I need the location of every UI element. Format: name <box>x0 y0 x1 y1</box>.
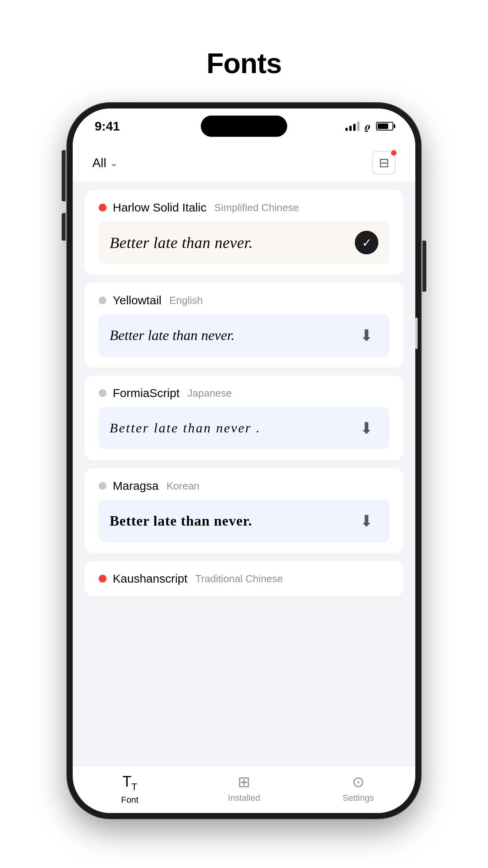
font-card-harlow[interactable]: Harlow Solid Italic Simplified Chinese B… <box>84 190 404 275</box>
download-icon-formia: ⬇ <box>360 419 373 437</box>
installed-nav-icon: ⊞ <box>238 773 250 791</box>
font-language-formia: Japanese <box>187 387 232 399</box>
font-language-maragsa: Korean <box>167 480 200 492</box>
checkmark-icon: ✓ <box>362 236 372 250</box>
toolbar: All ⌄ ⊟ <box>73 144 415 182</box>
font-name-yellowtail: Yellowtail <box>113 294 161 307</box>
download-button-maragsa[interactable]: ⬇ <box>355 509 378 533</box>
scroll-area[interactable]: Harlow Solid Italic Simplified Chinese B… <box>73 182 415 766</box>
notification-dot <box>390 149 397 156</box>
font-name-formia: FormiaScript <box>113 386 180 400</box>
preview-text-yellowtail: Better late than never. <box>110 327 235 344</box>
bookmark-icon: ⊟ <box>379 155 389 170</box>
nav-item-font[interactable]: TT Font <box>73 773 187 805</box>
phone-wrapper: 9:41 𝝔 All ⌄ ⊟ <box>67 103 421 818</box>
bookmark-button[interactable]: ⊟ <box>372 151 396 175</box>
font-name-harlow: Harlow Solid Italic <box>113 201 206 214</box>
status-bar: 9:41 𝝔 <box>73 108 415 144</box>
font-preview-yellowtail[interactable]: Better late than never. ⬇ <box>99 314 389 357</box>
download-icon: ⬇ <box>360 326 373 344</box>
signal-bars-icon <box>345 121 360 131</box>
font-card-formia[interactable]: FormiaScript Japanese Better late than n… <box>84 375 404 460</box>
wifi-icon: 𝝔 <box>365 120 371 132</box>
status-time: 9:41 <box>95 119 120 134</box>
status-dot-kaushanscript <box>99 575 106 583</box>
font-nav-icon: TT <box>122 773 137 793</box>
filter-label: All <box>92 156 106 170</box>
status-dot-not-installed <box>99 296 106 304</box>
preview-text-formia: Better late than never . <box>110 421 261 436</box>
download-icon-maragsa: ⬇ <box>360 512 373 530</box>
scroll-indicator <box>415 318 418 349</box>
battery-icon <box>376 122 393 131</box>
font-header-yellowtail: Yellowtail English <box>99 294 389 307</box>
font-language-yellowtail: English <box>169 294 203 307</box>
dynamic-island <box>201 116 287 137</box>
settings-nav-icon: ⊙ <box>352 773 365 791</box>
status-dot-maragsa <box>99 482 106 490</box>
chevron-down-icon: ⌄ <box>110 157 118 169</box>
nav-label-settings: Settings <box>343 793 374 803</box>
page-title: Fonts <box>207 47 282 79</box>
font-header-maragsa: Maragsa Korean <box>99 479 389 493</box>
font-language-harlow: Simplified Chinese <box>214 202 299 214</box>
phone-screen: 9:41 𝝔 All ⌄ ⊟ <box>73 108 415 813</box>
font-preview-maragsa[interactable]: Better late than never. ⬇ <box>99 500 389 542</box>
font-name-maragsa: Maragsa <box>113 479 159 493</box>
checkmark-button[interactable]: ✓ <box>355 231 378 254</box>
download-button-formia[interactable]: ⬇ <box>355 416 378 440</box>
status-dot-installed <box>99 204 106 211</box>
font-card-maragsa[interactable]: Maragsa Korean Better late than never. ⬇ <box>84 468 404 553</box>
font-header-formia: FormiaScript Japanese <box>99 386 389 400</box>
nav-item-settings[interactable]: ⊙ Settings <box>301 773 415 803</box>
nav-label-installed: Installed <box>228 793 260 803</box>
font-header-kaushanscript: Kaushanscript Traditional Chinese <box>99 572 389 585</box>
font-header-harlow: Harlow Solid Italic Simplified Chinese <box>99 201 389 214</box>
font-preview-formia[interactable]: Better late than never . ⬇ <box>99 407 389 449</box>
nav-item-installed[interactable]: ⊞ Installed <box>187 773 301 803</box>
font-preview-harlow[interactable]: Better late than never. ✓ <box>99 221 389 264</box>
status-icons: 𝝔 <box>345 120 393 132</box>
filter-button[interactable]: All ⌄ <box>92 156 118 170</box>
nav-label-font: Font <box>121 795 138 805</box>
status-dot-formia <box>99 389 106 397</box>
preview-text-maragsa: Better late than never. <box>110 513 252 529</box>
font-name-kaushanscript: Kaushanscript <box>113 572 187 585</box>
preview-text-harlow: Better late than never. <box>110 234 253 252</box>
font-card-yellowtail[interactable]: Yellowtail English Better late than neve… <box>84 283 404 368</box>
font-card-kaushanscript[interactable]: Kaushanscript Traditional Chinese <box>84 561 404 596</box>
download-button-yellowtail[interactable]: ⬇ <box>355 324 378 347</box>
bottom-nav: TT Font ⊞ Installed ⊙ Settings <box>73 766 415 813</box>
font-language-kaushanscript: Traditional Chinese <box>195 573 283 585</box>
